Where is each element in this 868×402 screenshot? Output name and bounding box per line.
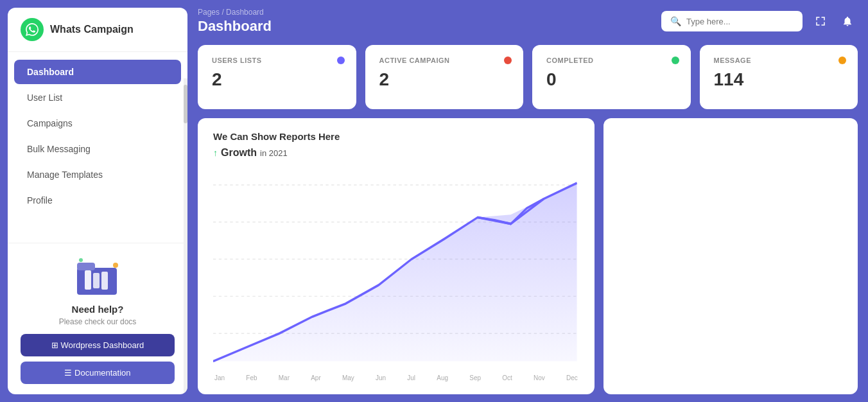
main-content: Pages / Dashboard Dashboard 🔍 — [195, 0, 868, 402]
month-sep: Sep — [469, 374, 481, 381]
header-left: Pages / Dashboard Dashboard — [198, 8, 272, 35]
fullscreen-icon[interactable] — [810, 11, 831, 31]
growth-year: in 2021 — [260, 148, 288, 158]
chart-title: We Can Show Reports Here — [213, 131, 579, 142]
search-box[interactable]: 🔍 — [661, 11, 803, 31]
message-dot — [838, 57, 846, 64]
sidebar-header: Whats Campaign — [8, 8, 187, 52]
documentation-button[interactable]: ☰ Documentation — [21, 362, 175, 384]
month-apr: Apr — [311, 374, 321, 381]
month-feb: Feb — [246, 374, 257, 381]
svg-point-5 — [113, 263, 118, 268]
right-panel-card — [603, 118, 858, 394]
stat-card-active-campaign: ACTIVE CAMPAIGN 2 — [365, 45, 524, 109]
svg-rect-4 — [101, 272, 108, 290]
svg-point-6 — [79, 258, 83, 262]
growth-bold: Growth — [221, 147, 257, 159]
stat-card-message: MESSAGE 114 — [700, 45, 858, 109]
month-aug: Aug — [437, 374, 448, 381]
chart-card: We Can Show Reports Here ↑ Growth in 202… — [198, 118, 595, 394]
month-mar: Mar — [279, 374, 290, 381]
chart-svg — [213, 166, 579, 371]
sidebar-item-campaigns[interactable]: Campaigns — [14, 111, 181, 135]
stat-card-users-lists: USERS LISTS 2 — [198, 45, 356, 109]
months-row: Jan Feb Mar Apr May Jun Jul Aug Sep Oct … — [213, 374, 579, 381]
help-title: Need help? — [21, 304, 175, 315]
search-icon: 🔍 — [670, 16, 681, 26]
header-right: 🔍 — [661, 11, 858, 31]
sidebar-nav: Dashboard User List Campaigns Bulk Messa… — [8, 52, 187, 243]
svg-rect-1 — [77, 263, 95, 270]
month-jul: Jul — [407, 374, 415, 381]
folder-illustration — [72, 254, 123, 299]
svg-rect-2 — [85, 270, 91, 290]
completed-dot — [672, 57, 679, 64]
page-title: Dashboard — [198, 18, 272, 35]
stat-card-completed: COMPLETED 0 — [532, 45, 691, 109]
growth-arrow-icon: ↑ — [213, 148, 218, 158]
sidebar-help: Need help? Please check our docs ⊞ Wordp… — [8, 243, 187, 394]
sidebar-item-dashboard[interactable]: Dashboard — [14, 60, 181, 84]
users-lists-value: 2 — [212, 69, 342, 90]
help-subtitle: Please check our docs — [21, 317, 175, 326]
app-title: Whats Campaign — [50, 24, 134, 35]
help-image — [72, 254, 123, 299]
completed-value: 0 — [546, 69, 677, 90]
content-row: We Can Show Reports Here ↑ Growth in 202… — [198, 118, 858, 394]
stats-row: USERS LISTS 2 ACTIVE CAMPAIGN 2 COMPLETE… — [198, 45, 858, 109]
sidebar-item-profile[interactable]: Profile — [14, 188, 181, 213]
header-icons — [810, 11, 858, 31]
completed-label: COMPLETED — [546, 57, 677, 64]
header: Pages / Dashboard Dashboard 🔍 — [198, 0, 858, 45]
month-nov: Nov — [534, 374, 545, 381]
sidebar-item-userlist[interactable]: User List — [14, 85, 181, 110]
month-oct: Oct — [502, 374, 512, 381]
sidebar-item-bulkmessaging[interactable]: Bulk Messaging — [14, 137, 181, 161]
breadcrumb: Pages / Dashboard — [198, 8, 272, 17]
active-campaign-dot — [504, 57, 512, 64]
svg-rect-3 — [93, 273, 100, 288]
active-campaign-label: ACTIVE CAMPAIGN — [379, 57, 510, 64]
users-lists-dot — [337, 57, 345, 64]
month-may: May — [342, 374, 354, 381]
message-value: 114 — [714, 69, 844, 90]
chart-area — [213, 166, 579, 371]
users-lists-label: USERS LISTS — [212, 57, 342, 64]
whatsapp-icon — [21, 18, 44, 41]
growth-label: ↑ Growth in 2021 — [213, 147, 579, 159]
wordpress-dashboard-button[interactable]: ⊞ Wordpress Dashboard — [21, 334, 175, 356]
search-input[interactable] — [686, 17, 794, 26]
month-jun: Jun — [376, 374, 386, 381]
active-campaign-value: 2 — [379, 69, 510, 90]
scrollbar[interactable] — [184, 78, 187, 394]
message-label: MESSAGE — [714, 57, 844, 64]
sidebar: Whats Campaign Dashboard User List Campa… — [8, 8, 187, 394]
notification-bell-icon[interactable] — [837, 11, 858, 31]
sidebar-item-managetemplates[interactable]: Manage Templates — [14, 162, 181, 187]
month-jan: Jan — [214, 374, 225, 381]
month-dec: Dec — [566, 374, 578, 381]
